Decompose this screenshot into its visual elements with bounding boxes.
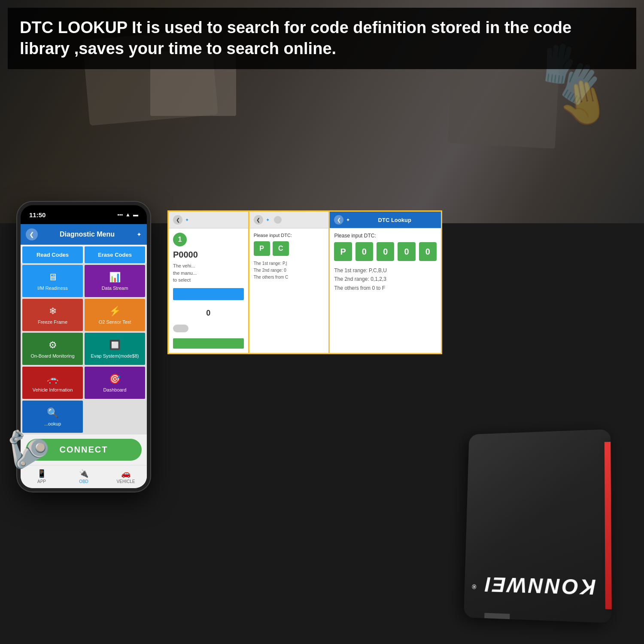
- vehicle-nav-icon: 🚗: [121, 469, 131, 478]
- dashboard-button[interactable]: 🎯 Dashboard: [85, 367, 145, 399]
- lookup-icon: 🔍: [47, 407, 58, 419]
- battery-icon: ▬: [133, 212, 138, 218]
- sp1-content: 1 P0000 The vehi...the manu...to select …: [169, 228, 248, 353]
- obd-nav-icon: 🔌: [79, 469, 88, 478]
- sp1-header: ❮ ✦: [169, 212, 248, 228]
- sp2-back-button[interactable]: ❮: [254, 215, 263, 225]
- monitor-icon: 🖥: [48, 272, 58, 283]
- menu-grid: 🖥 I/M Readiness 📊 Data Stream ❄ Freeze F…: [21, 263, 147, 434]
- nav-vehicle[interactable]: 🚗 VEHICLE: [105, 469, 147, 484]
- bluetooth-icon: ✦: [137, 231, 142, 238]
- phone-back-button[interactable]: ❮: [26, 228, 38, 240]
- header-box: DTC LOOKUP It is used to search for code…: [8, 8, 636, 69]
- sp2-description: The 1st range: P,| The 2nd range: 0 The …: [254, 260, 325, 281]
- sp1-toggle-switch[interactable]: [173, 325, 188, 332]
- sp3-header: ❮ ✦ DTC Lookup: [330, 212, 441, 228]
- sp2-input-p[interactable]: P: [254, 241, 270, 256]
- sp3-bt-icon: ✦: [346, 217, 350, 223]
- device-red-accent: [605, 441, 612, 610]
- konnwei-device: KONNWEI ®: [464, 429, 612, 623]
- sp3-input-0c[interactable]: 0: [398, 242, 415, 261]
- sp1-blue-bar: [173, 288, 244, 300]
- sp2-input-row: P C: [254, 241, 325, 256]
- evap-system-button[interactable]: 🔲 Evap System(mode$8): [85, 333, 145, 365]
- freeze-icon: ❄: [49, 306, 57, 317]
- phone-status-icons: ▪▪▪ ▲ ▬: [117, 212, 138, 218]
- sp3-content: Please input DTC: P 0 0 0 0 The 1st rang…: [330, 228, 441, 297]
- device-container: KONNWEI ®: [464, 429, 627, 618]
- signal-icon: ▪▪▪: [117, 212, 123, 218]
- sp3-label: Please input DTC:: [334, 233, 437, 239]
- top-menu-row: Read Codes Erase Codes: [21, 245, 147, 263]
- sp2-settings-icon: [274, 216, 282, 224]
- sp3-input-0b[interactable]: 0: [377, 242, 394, 261]
- phone-app-header: ❮ Diagnostic Menu ✦: [21, 224, 147, 245]
- evap-icon: 🔲: [109, 340, 121, 351]
- device-logo: KONNWEI ®: [470, 572, 596, 600]
- sp3-description: The 1st range: P,C,B,U The 2nd range: 0,…: [334, 266, 437, 292]
- sp1-back-button[interactable]: ❮: [173, 215, 182, 225]
- sp3-input-p[interactable]: P: [334, 242, 352, 261]
- trademark-symbol: ®: [470, 583, 476, 590]
- o2-sensor-button[interactable]: ⚡ O2 Sensor Test: [85, 299, 145, 331]
- sp3-input-0d[interactable]: 0: [419, 242, 437, 261]
- app-nav-icon: 📱: [37, 469, 46, 478]
- bottom-navigation: 📱 APP 🔌 OBD 🚗 VEHICLE: [21, 465, 147, 488]
- data-stream-button[interactable]: 📊 Data Stream: [85, 265, 145, 297]
- monitoring-icon: ⚙: [49, 340, 57, 351]
- onboard-monitoring-button[interactable]: ⚙ On-Board Monitoring: [22, 333, 83, 365]
- dashboard-icon: 🎯: [109, 374, 121, 385]
- sp1-zero-value: 0: [173, 304, 244, 322]
- sp1-number-badge: 1: [173, 233, 187, 246]
- sp2-content: Please input DTC: P C The 1st range: P,|…: [249, 228, 329, 285]
- sp1-green-bar: [173, 338, 244, 349]
- sp2-input-c[interactable]: C: [273, 241, 289, 256]
- device-brand-area: KONNWEI ®: [468, 572, 598, 600]
- screen-panel-3: ❮ ✦ DTC Lookup Please input DTC: P 0 0 0…: [328, 210, 442, 354]
- screens-panel: ❮ ✦ 1 P0000 The vehi...the manu...to sel…: [167, 210, 442, 354]
- sp2-bt-icon: ✦: [266, 217, 270, 223]
- nav-app[interactable]: 📱 APP: [21, 469, 63, 484]
- phone-container: 🦾 11:50 ▪▪▪ ▲ ▬ ❮ Diagnostic Menu ✦: [17, 202, 155, 492]
- vehicle-info-button[interactable]: 🚗 Vehicle Information: [22, 367, 83, 399]
- im-readiness-button[interactable]: 🖥 I/M Readiness: [22, 265, 83, 297]
- header-text: DTC LOOKUP It is used to search for code…: [20, 17, 624, 60]
- sp1-description: The vehi...the manu...to select: [173, 262, 244, 284]
- screen-panel-2: ❮ ✦ Please input DTC: P C The 1st range:…: [248, 210, 329, 354]
- sp1-bt-icon: ✦: [185, 217, 189, 223]
- sp1-dtc-code: P0000: [173, 250, 244, 260]
- freeze-frame-button[interactable]: ❄ Freeze Frame: [22, 299, 83, 331]
- wifi-icon: ▲: [125, 212, 131, 218]
- sp3-input-row: P 0 0 0 0: [334, 242, 437, 261]
- chart-icon: 📊: [109, 272, 121, 283]
- phone-status-bar: 11:50 ▪▪▪ ▲ ▬: [21, 205, 147, 224]
- sp3-title: DTC Lookup: [352, 217, 437, 223]
- nav-obd[interactable]: 🔌 OBD: [63, 469, 105, 484]
- sp3-input-0a[interactable]: 0: [355, 242, 373, 261]
- screen-panel-1: ❮ ✦ 1 P0000 The vehi...the manu...to sel…: [167, 210, 248, 354]
- phone-app-title: Diagnostic Menu: [42, 231, 132, 238]
- car-icon: 🚗: [47, 374, 58, 385]
- sp2-header: ❮ ✦: [249, 212, 329, 228]
- sensor-icon: ⚡: [109, 306, 121, 317]
- phone-time: 11:50: [29, 211, 46, 219]
- sp1-toggle-row: [173, 322, 244, 335]
- read-codes-button[interactable]: Read Codes: [22, 246, 83, 263]
- sp2-label: Please input DTC:: [254, 233, 325, 238]
- sp3-back-button[interactable]: ❮: [334, 215, 343, 225]
- erase-codes-button[interactable]: Erase Codes: [85, 246, 145, 263]
